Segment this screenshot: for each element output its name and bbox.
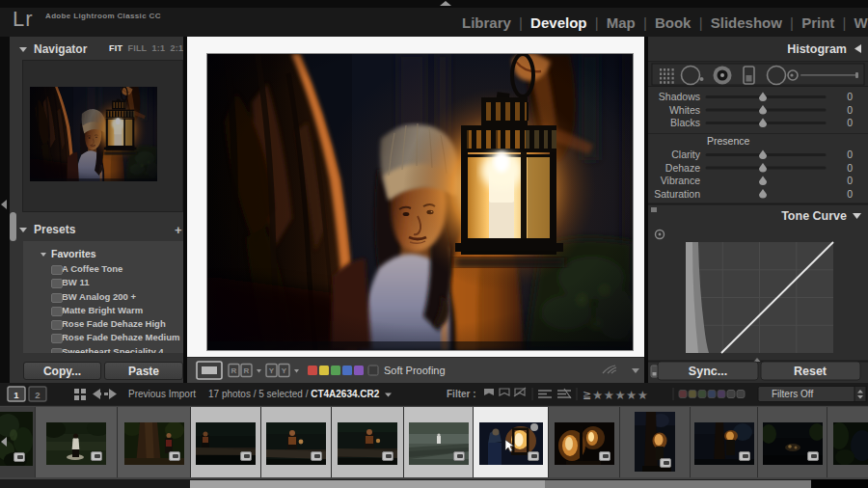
svg-text:Soft Proofing: Soft Proofing <box>384 365 446 376</box>
svg-text:R: R <box>231 366 237 375</box>
svg-text:Y: Y <box>282 366 287 375</box>
svg-text:0: 0 <box>847 162 853 174</box>
svg-text:Filter :: Filter : <box>447 389 476 399</box>
svg-text:17 photos / 5 selected / CT4A2: 17 photos / 5 selected / CT4A2634.CR2 <box>208 389 380 399</box>
svg-text:Shadows: Shadows <box>659 91 700 102</box>
svg-text:Tone Curve: Tone Curve <box>781 209 847 223</box>
svg-text:Dehaze: Dehaze <box>665 162 700 174</box>
svg-text:0: 0 <box>847 104 853 116</box>
svg-text:Clarity: Clarity <box>671 149 701 160</box>
svg-text:0: 0 <box>847 188 853 200</box>
svg-text:0: 0 <box>847 175 853 186</box>
svg-text:≧: ≧ <box>583 389 591 400</box>
svg-text:Saturation: Saturation <box>654 188 700 200</box>
svg-text:0: 0 <box>847 117 853 128</box>
svg-text:Previous Import: Previous Import <box>128 389 196 399</box>
svg-text:Presence: Presence <box>707 135 750 147</box>
svg-text:0: 0 <box>847 91 853 102</box>
svg-text:Sync...: Sync... <box>689 365 727 378</box>
svg-text:Blacks: Blacks <box>670 117 700 128</box>
svg-text:R: R <box>244 366 250 375</box>
svg-text:0: 0 <box>847 149 853 160</box>
svg-text:★★★★★: ★★★★★ <box>592 389 649 402</box>
svg-text:Vibrance: Vibrance <box>661 175 700 186</box>
svg-text:Reset: Reset <box>794 365 827 378</box>
svg-text:Y: Y <box>269 366 275 375</box>
svg-text:2: 2 <box>35 390 40 400</box>
svg-text:Histogram: Histogram <box>787 42 847 56</box>
svg-text:1: 1 <box>14 390 19 400</box>
svg-text:Whites: Whites <box>669 104 700 116</box>
svg-text:Filters Off: Filters Off <box>772 389 813 399</box>
